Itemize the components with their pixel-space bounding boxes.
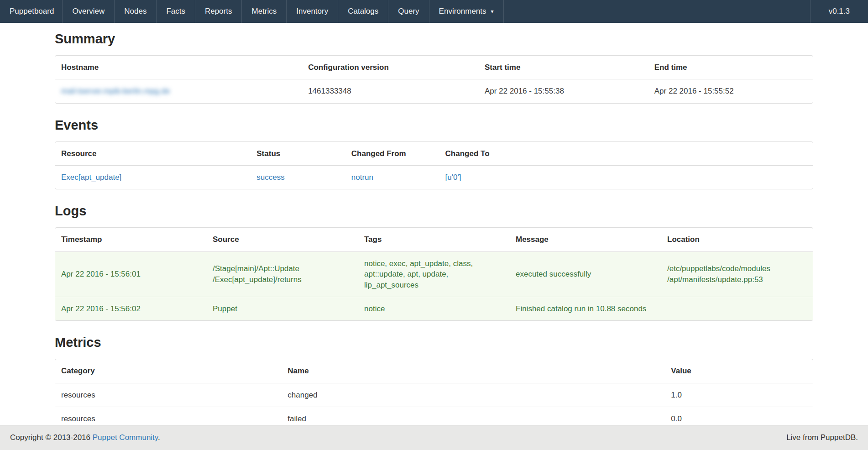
logs-col-source: Source [207,228,358,251]
logs-col-message: Message [510,228,661,251]
footer-copyright: Copyright © 2013-2016 Puppet Community. [10,433,160,442]
report-page: Summary Hostname Configuration version S… [55,31,813,450]
event-changed-to-link[interactable]: [u'0'] [445,173,461,182]
summary-table: Hostname Configuration version Start tim… [55,55,813,104]
end-time-value: Apr 22 2016 - 15:55:52 [648,79,813,103]
footer: Copyright © 2013-2016 Puppet Community. … [0,425,868,450]
nav-item-metrics[interactable]: Metrics [242,0,287,23]
log-message: executed successfully [510,252,661,297]
nav-item-environments-dropdown[interactable]: Environments ▾ [429,0,504,23]
metrics-heading: Metrics [55,335,813,351]
metric-category: resources [55,383,282,407]
nav-item-overview[interactable]: Overview [63,0,115,23]
logs-table: Timestamp Source Tags Message Location A… [55,227,813,321]
logs-col-timestamp: Timestamp [55,228,207,251]
summary-row: mail-tserver.mpib-berlin.mpg.de 14613333… [55,79,813,103]
summary-col-configuration-version: Configuration version [302,56,479,79]
metric-row: resources changed 1.0 [55,383,813,407]
nav-item-reports[interactable]: Reports [195,0,242,23]
logs-col-tags: Tags [358,228,510,251]
configuration-version-value: 1461333348 [302,79,479,103]
events-col-status: Status [251,142,345,166]
nav-item-inventory[interactable]: Inventory [287,0,338,23]
log-timestamp: Apr 22 2016 - 15:56:01 [55,252,207,297]
log-row: Apr 22 2016 - 15:56:01 /Stage[main]/Apt:… [55,252,813,297]
start-time-value: Apr 22 2016 - 15:55:38 [479,79,648,103]
summary-col-start-time: Start time [479,56,648,79]
event-status-link[interactable]: success [256,173,284,182]
log-location: /etc/puppetlabs/code/modules /apt/manife… [661,252,813,297]
log-row: Apr 22 2016 - 15:56:02 Puppet notice Fin… [55,297,813,320]
metrics-header-row: Category Name Value [55,359,813,383]
version-badge: v0.1.3 [810,0,868,23]
nav-item-query[interactable]: Query [388,0,429,23]
footer-live-status: Live from PuppetDB. [786,433,858,442]
log-timestamp: Apr 22 2016 - 15:56:02 [55,297,207,320]
caret-down-icon: ▾ [491,8,494,15]
logs-heading: Logs [55,203,813,219]
metrics-col-value: Value [665,359,813,383]
event-resource-link[interactable]: Exec[apt_update] [61,173,121,182]
metric-value: 1.0 [665,383,813,407]
metrics-col-name: Name [282,359,665,383]
puppet-community-link[interactable]: Puppet Community [93,433,158,442]
summary-col-hostname: Hostname [55,56,302,79]
environments-label: Environments [439,7,486,16]
log-tags: notice, exec, apt_update, class, apt::up… [358,252,510,297]
navbar: Puppetboard Overview Nodes Facts Reports… [0,0,868,23]
nav-item-catalogs[interactable]: Catalogs [338,0,388,23]
metrics-col-category: Category [55,359,282,383]
nav-item-facts[interactable]: Facts [157,0,195,23]
log-tags: notice [358,297,510,320]
events-heading: Events [55,117,813,133]
event-changed-from-link[interactable]: notrun [351,173,373,182]
logs-header-row: Timestamp Source Tags Message Location [55,228,813,251]
nav-item-nodes[interactable]: Nodes [115,0,157,23]
summary-heading: Summary [55,31,813,47]
hostname-link[interactable]: mail-tserver.mpib-berlin.mpg.de [61,87,170,95]
log-message: Finished catalog run in 10.88 seconds [510,297,661,320]
events-header-row: Resource Status Changed From Changed To [55,142,813,166]
event-row: Exec[apt_update] success notrun [u'0'] [55,166,813,189]
log-source: /Stage[main]/Apt::Update /Exec[apt_updat… [207,252,358,297]
events-col-changed-to: Changed To [439,142,813,166]
metric-name: changed [282,383,665,407]
log-location [661,297,813,320]
log-source: Puppet [207,297,358,320]
events-table: Resource Status Changed From Changed To … [55,141,813,190]
logs-col-location: Location [661,228,813,251]
summary-col-end-time: End time [648,56,813,79]
events-col-resource: Resource [55,142,251,166]
navbar-brand[interactable]: Puppetboard [0,0,63,23]
events-col-changed-from: Changed From [345,142,439,166]
summary-header-row: Hostname Configuration version Start tim… [55,56,813,79]
